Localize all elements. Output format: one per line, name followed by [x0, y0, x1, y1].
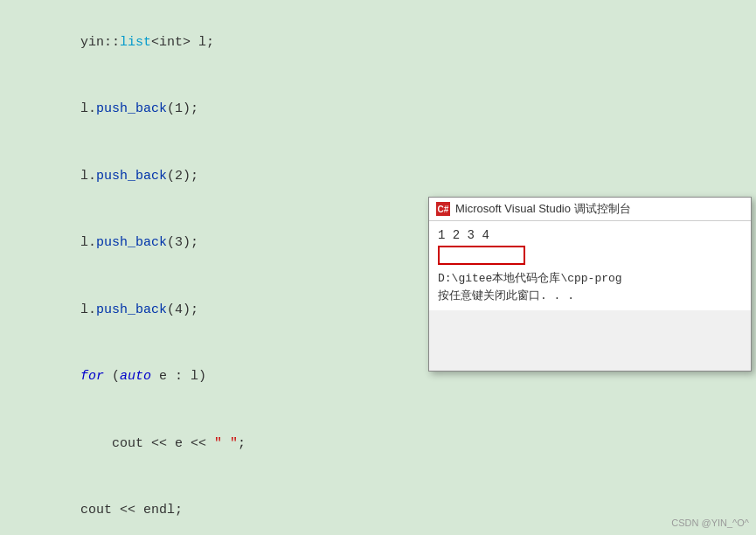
code-func: push_back: [96, 101, 167, 116]
vs-titlebar: C# Microsoft Visual Studio 调试控制台: [429, 198, 751, 221]
code-text: l.: [49, 169, 96, 184]
code-text: cout << e <<: [49, 436, 214, 451]
code-func: push_back: [96, 169, 167, 184]
code-text: (1);: [167, 101, 198, 116]
output-numbers: 1 2 3 4: [438, 228, 742, 242]
code-line: cout << e << " ";: [17, 410, 446, 477]
code-keyword: list: [120, 35, 151, 50]
code-text: (3);: [167, 235, 198, 250]
code-text: cout << endl;: [49, 503, 183, 518]
code-text: [49, 369, 80, 384]
code-line: yin::list<int> l;: [17, 9, 446, 76]
code-text: e : l): [151, 369, 206, 384]
code-text: l.: [49, 101, 96, 116]
code-text: l.: [49, 235, 96, 250]
vs-title: Microsoft Visual Studio 调试控制台: [455, 201, 631, 217]
output-empty-box: [438, 246, 525, 265]
code-line: for (auto e : l): [17, 344, 446, 411]
code-line: l.push_back(4);: [17, 276, 446, 344]
path-line: D:\gitee本地代码仓库\cpp-prog: [438, 270, 742, 286]
vs-body: 1 2 3 4 D:\gitee本地代码仓库\cpp-prog 按任意键关闭此窗…: [429, 221, 751, 310]
code-text: yin::: [49, 35, 120, 50]
close-hint: 按任意键关闭此窗口. . .: [438, 288, 742, 303]
code-func: push_back: [96, 235, 167, 250]
code-text: (4);: [167, 302, 198, 317]
code-text: ;: [238, 436, 246, 451]
code-text: l.: [49, 302, 96, 317]
watermark: CSDN @YIN_^O^: [671, 518, 749, 528]
code-text: <int> l;: [151, 35, 214, 50]
code-func: push_back: [96, 302, 167, 317]
code-line: l.push_back(1);: [17, 76, 446, 143]
vs-console-window: C# Microsoft Visual Studio 调试控制台 1 2 3 4…: [428, 197, 752, 372]
code-keyword: for: [80, 369, 104, 384]
code-line: cout << endl;: [17, 477, 446, 536]
code-text: (: [104, 369, 120, 384]
code-string: " ": [214, 436, 238, 451]
code-line: l.push_back(3);: [17, 210, 446, 277]
code-area: yin::list<int> l; l.push_back(1); l.push…: [0, 0, 463, 535]
code-keyword: auto: [120, 369, 151, 384]
code-text: (2);: [167, 169, 198, 184]
code-line: l.push_back(2);: [17, 142, 446, 210]
vs-icon: C#: [436, 202, 450, 216]
